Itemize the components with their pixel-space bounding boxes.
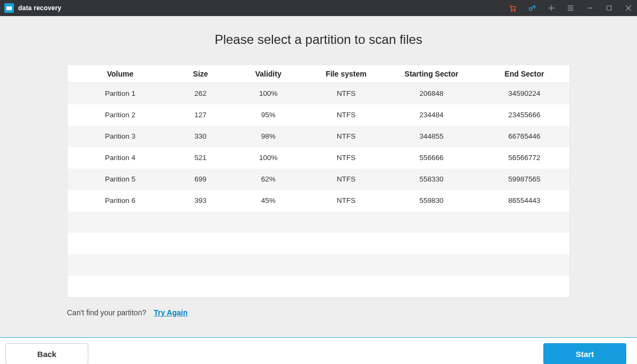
back-button[interactable]: Back bbox=[5, 343, 88, 364]
main-content: Please select a partition to scan files … bbox=[0, 16, 637, 332]
cell-validity: 98% bbox=[228, 126, 308, 147]
cell-volume: Parition 2 bbox=[67, 104, 173, 126]
cell-end: 66765446 bbox=[479, 126, 570, 147]
cell-end: 86554443 bbox=[479, 190, 570, 211]
cell-size: 262 bbox=[173, 83, 228, 104]
cell-fs: NTFS bbox=[308, 147, 384, 169]
cell-volume: Parition 6 bbox=[67, 190, 173, 211]
cell-end: 59987565 bbox=[479, 169, 570, 190]
footer-bar: Back Start bbox=[0, 338, 637, 364]
minimize-icon[interactable] bbox=[586, 4, 594, 12]
svg-point-2 bbox=[529, 7, 532, 10]
col-end-sector: End Sector bbox=[479, 65, 570, 83]
cell-start: 558330 bbox=[384, 169, 479, 190]
plus-icon[interactable] bbox=[547, 4, 556, 12]
cell-validity: 62% bbox=[228, 169, 308, 190]
cell-volume: Parition 5 bbox=[67, 169, 173, 190]
cell-end: 34590224 bbox=[479, 83, 570, 104]
table-row-empty bbox=[67, 233, 570, 254]
cell-volume: Parition 4 bbox=[67, 147, 173, 169]
title-bar: data recovery bbox=[0, 0, 637, 16]
svg-point-1 bbox=[514, 10, 515, 11]
table-header-row: Volume Size Validity File system Startin… bbox=[67, 65, 570, 83]
cell-end: 56566772 bbox=[479, 147, 570, 169]
col-file-system: File system bbox=[308, 65, 384, 83]
table-row[interactable]: Parition 639345%NTFS55983086554443 bbox=[67, 190, 570, 211]
table-row-empty bbox=[67, 276, 570, 297]
table-row[interactable]: Parition 1262100%NTFS20684834590224 bbox=[67, 83, 570, 104]
cart-icon[interactable] bbox=[509, 4, 517, 12]
partition-table-wrap: Volume Size Validity File system Startin… bbox=[67, 65, 570, 298]
cell-volume: Parition 3 bbox=[67, 126, 173, 147]
cell-start: 559830 bbox=[384, 190, 479, 211]
cell-fs: NTFS bbox=[308, 169, 384, 190]
maximize-icon[interactable] bbox=[605, 4, 613, 12]
table-row[interactable]: Parition 569962%NTFS55833059987565 bbox=[67, 169, 570, 190]
cell-size: 330 bbox=[173, 126, 228, 147]
cell-validity: 100% bbox=[228, 83, 308, 104]
start-button[interactable]: Start bbox=[543, 343, 626, 364]
table-row[interactable]: Parition 4521100%NTFS55666656566772 bbox=[67, 147, 570, 169]
cell-size: 393 bbox=[173, 190, 228, 211]
key-icon[interactable] bbox=[528, 4, 536, 12]
cell-validity: 100% bbox=[228, 147, 308, 169]
svg-rect-3 bbox=[607, 6, 611, 10]
title-bar-left: data recovery bbox=[4, 3, 62, 13]
cell-size: 127 bbox=[173, 104, 228, 126]
table-row-empty bbox=[67, 211, 570, 233]
help-prompt: Can't find your partiton? bbox=[67, 308, 146, 317]
col-validity: Validity bbox=[228, 65, 308, 83]
cell-end: 23455666 bbox=[479, 104, 570, 126]
cell-size: 699 bbox=[173, 169, 228, 190]
cell-fs: NTFS bbox=[308, 83, 384, 104]
help-row: Can't find your partiton? Try Again bbox=[67, 308, 570, 317]
cell-fs: NTFS bbox=[308, 126, 384, 147]
page-title: Please select a partition to scan files bbox=[35, 32, 602, 47]
col-volume: Volume bbox=[67, 65, 173, 83]
cell-start: 344855 bbox=[384, 126, 479, 147]
cell-fs: NTFS bbox=[308, 190, 384, 211]
table-row[interactable]: Parition 333098%NTFS34485566765446 bbox=[67, 126, 570, 147]
cell-size: 521 bbox=[173, 147, 228, 169]
cell-validity: 45% bbox=[228, 190, 308, 211]
menu-icon[interactable] bbox=[566, 4, 575, 12]
close-icon[interactable] bbox=[624, 4, 633, 12]
cell-start: 206848 bbox=[384, 83, 479, 104]
partition-table: Volume Size Validity File system Startin… bbox=[67, 65, 570, 297]
table-row-empty bbox=[67, 254, 570, 276]
cell-start: 556666 bbox=[384, 147, 479, 169]
cell-validity: 95% bbox=[228, 104, 308, 126]
table-row[interactable]: Parition 212795%NTFS23448423455666 bbox=[67, 104, 570, 126]
col-starting-sector: Starting Sector bbox=[384, 65, 479, 83]
title-bar-right bbox=[509, 4, 633, 12]
svg-point-0 bbox=[511, 10, 512, 11]
cell-start: 234484 bbox=[384, 104, 479, 126]
try-again-link[interactable]: Try Again bbox=[154, 308, 187, 317]
cell-fs: NTFS bbox=[308, 104, 384, 126]
col-size: Size bbox=[173, 65, 228, 83]
app-name: data recovery bbox=[18, 4, 62, 12]
app-logo-icon bbox=[4, 3, 14, 13]
cell-volume: Parition 1 bbox=[67, 83, 173, 104]
